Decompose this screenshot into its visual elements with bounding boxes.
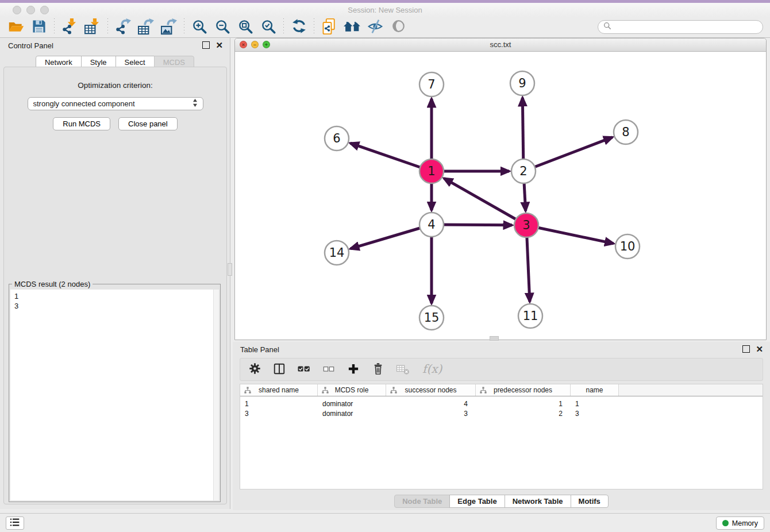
function-builder-button[interactable]: f(x) (420, 362, 445, 377)
add-column-button[interactable] (346, 362, 361, 377)
criterion-select[interactable]: strongly connected component (28, 97, 203, 110)
tab-node-table[interactable]: Node Table (394, 495, 450, 508)
network-canvas[interactable]: 7968124314101511 (235, 51, 766, 340)
application-window: Session: New Session (0, 0, 770, 532)
table-cell: dominator (318, 400, 386, 408)
column-header[interactable]: successor nodes (386, 384, 476, 396)
zoom-out-icon (214, 18, 230, 36)
graph-node[interactable]: 4 (419, 213, 444, 237)
zoom-out-button[interactable] (211, 18, 234, 36)
graph-node[interactable]: 1 (419, 159, 444, 183)
zoom-selected-button[interactable] (257, 18, 280, 36)
graph-node[interactable]: 7 (419, 72, 444, 97)
close-panel-button[interactable]: Close panel (118, 117, 178, 130)
graph-edge[interactable] (444, 178, 526, 225)
float-table-panel-icon[interactable] (742, 345, 750, 353)
header-filler (619, 384, 763, 396)
first-neighbors-button[interactable] (341, 18, 364, 36)
graph-node-label: 11 (523, 309, 538, 323)
plus-icon (348, 363, 359, 376)
result-line: 1 (14, 291, 215, 301)
graph-node[interactable]: 3 (514, 213, 538, 237)
export-image-button[interactable] (157, 18, 180, 36)
table-row[interactable]: 3dominator323 (240, 409, 763, 418)
memory-label: Memory (732, 519, 758, 527)
graph-node[interactable]: 11 (518, 304, 542, 328)
import-network-icon (61, 18, 78, 37)
split-columns-icon (273, 363, 286, 377)
tab-network-table[interactable]: Network Table (505, 495, 571, 508)
zoom-in-button[interactable] (188, 18, 211, 36)
task-history-button[interactable] (6, 516, 24, 530)
table-row[interactable]: 1dominator411 (240, 399, 763, 408)
toolbar-separator (54, 18, 55, 36)
horizontal-splitter-handle[interactable] (490, 336, 499, 341)
hierarchy-icon (322, 387, 329, 395)
delete-table-button[interactable] (395, 362, 410, 377)
mcds-result-area[interactable]: 13 (10, 290, 219, 500)
hide-selected-button[interactable] (364, 18, 387, 36)
control-panel-title: Control Panel (8, 41, 53, 50)
graph-node[interactable]: 8 (614, 120, 638, 144)
graph-node-label: 15 (424, 311, 440, 325)
node-table-body: 1dominator4113dominator323 (240, 396, 763, 418)
zoom-selected-icon (260, 18, 276, 36)
mcds-result-title: MCDS result (2 nodes) (12, 280, 93, 288)
graph-edge[interactable] (526, 225, 614, 244)
graph-node-label: 9 (518, 76, 526, 90)
open-file-button[interactable] (5, 18, 28, 36)
select-stepper-icon (192, 98, 198, 109)
select-all-columns-button[interactable] (297, 362, 311, 377)
network-window-titlebar[interactable]: × − + scc.txt (235, 38, 766, 52)
vertical-splitter-handle[interactable] (228, 263, 232, 276)
graph-node-label: 6 (333, 132, 340, 145)
table-cell: 4 (386, 400, 476, 408)
table-panel-title: Table Panel (240, 345, 279, 354)
search-input[interactable] (615, 22, 757, 32)
graph-node[interactable]: 14 (325, 241, 349, 265)
run-mcds-button[interactable]: Run MCDS (53, 117, 110, 130)
column-header[interactable]: shared name (240, 384, 318, 396)
graph-node[interactable]: 10 (615, 234, 640, 259)
deselect-all-columns-button[interactable] (321, 362, 336, 377)
save-session-button[interactable] (28, 18, 51, 36)
result-scrollbar[interactable] (213, 290, 219, 500)
export-table-button[interactable] (134, 18, 157, 36)
graph-node[interactable]: 9 (510, 71, 534, 95)
table-cell: 1 (476, 400, 571, 408)
show-all-button[interactable] (387, 18, 410, 36)
node-table[interactable]: shared nameMCDS rolesuccessor nodesprede… (240, 384, 763, 489)
hierarchy-icon (244, 387, 251, 395)
split-columns-button[interactable] (272, 362, 287, 377)
column-header-label: successor nodes (405, 386, 456, 394)
status-bar: Memory (0, 513, 770, 532)
column-header[interactable]: predecessor nodes (476, 384, 571, 396)
tab-edge-table[interactable]: Edge Table (449, 495, 505, 508)
import-network-button[interactable] (58, 18, 81, 36)
network-view-window: × − + scc.txt 7968124314101511 (234, 38, 767, 340)
graph-node[interactable]: 6 (325, 126, 349, 151)
optimization-criterion-label: Optimization criterion: (4, 81, 226, 90)
column-header[interactable]: MCDS role (318, 384, 386, 396)
clone-network-button[interactable] (318, 18, 341, 36)
column-header[interactable]: name (571, 384, 619, 396)
graph-node[interactable]: 2 (511, 159, 536, 183)
refresh-button[interactable] (287, 18, 310, 36)
graph-edge[interactable] (523, 137, 613, 171)
export-table-icon (138, 18, 154, 37)
delete-column-button[interactable] (371, 362, 386, 377)
graph-node-label: 1 (428, 164, 435, 178)
close-table-panel-icon[interactable]: ✕ (756, 346, 763, 352)
list-icon (9, 516, 21, 530)
import-table-button[interactable] (81, 18, 104, 36)
table-settings-button[interactable] (247, 362, 262, 377)
graph-node[interactable]: 15 (419, 306, 444, 330)
graph-edge[interactable] (351, 143, 432, 171)
zoom-fit-button[interactable] (234, 18, 257, 36)
close-panel-icon[interactable]: ✕ (215, 42, 223, 48)
search-icon (603, 22, 611, 32)
memory-button[interactable]: Memory (716, 516, 764, 530)
tab-motifs[interactable]: Motifs (571, 495, 609, 508)
export-network-button[interactable] (111, 18, 134, 36)
float-panel-icon[interactable] (202, 41, 210, 49)
